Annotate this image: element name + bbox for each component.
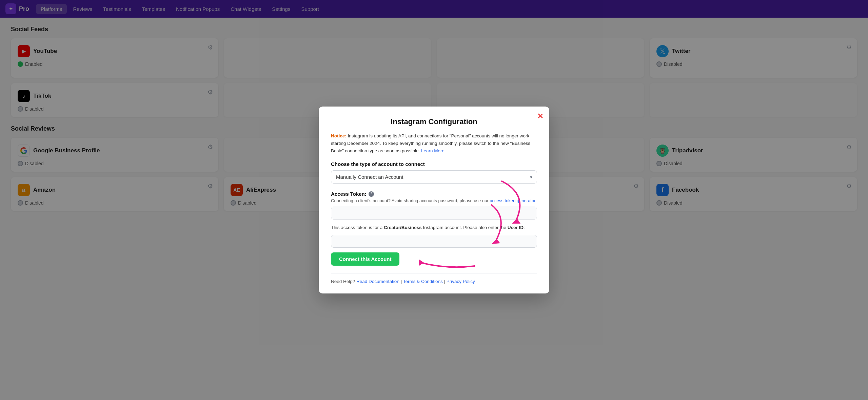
modal-notice: Notice: Instagram is updating its API, a… — [331, 132, 537, 154]
token-generator-link[interactable]: access token generator — [490, 198, 535, 203]
access-token-label: Access Token: — [331, 191, 367, 197]
learn-more-link[interactable]: Learn More — [421, 148, 445, 153]
connect-account-button[interactable]: Connect this Account — [331, 252, 399, 266]
account-type-select[interactable]: Manually Connect an Account — [331, 170, 537, 184]
modal-overlay[interactable]: ✕ Instagram Configuration Notice: Instag… — [0, 0, 868, 400]
modal-footer: Need Help? Read Documentation | Terms & … — [331, 273, 537, 284]
modal-title: Instagram Configuration — [331, 117, 537, 126]
footer-separator-1: | — [401, 279, 403, 284]
user-id-input[interactable] — [331, 235, 537, 248]
token-help-prefix: Connecting a client's account? Avoid sha… — [331, 198, 489, 203]
token-label-row: Access Token: ? — [331, 191, 537, 197]
read-docs-link[interactable]: Read Documentation — [356, 279, 399, 284]
user-id-hint: This access token is for a Creator/Busin… — [331, 224, 537, 231]
token-info-icon[interactable]: ? — [369, 191, 374, 197]
terms-link[interactable]: Terms & Conditions — [403, 279, 443, 284]
need-help-text: Need Help? — [331, 279, 355, 284]
token-help-text: Connecting a client's account? Avoid sha… — [331, 198, 537, 203]
footer-separator-2: | — [444, 279, 446, 284]
instagram-config-modal: ✕ Instagram Configuration Notice: Instag… — [319, 107, 549, 293]
choose-account-label: Choose the type of account to connect — [331, 161, 537, 167]
svg-marker-2 — [419, 259, 424, 266]
privacy-link[interactable]: Privacy Policy — [447, 279, 475, 284]
account-type-wrapper: Manually Connect an Account ▾ — [331, 170, 537, 184]
modal-close-button[interactable]: ✕ — [537, 112, 543, 121]
notice-label: Notice: — [331, 133, 347, 138]
access-token-input[interactable] — [331, 207, 537, 220]
